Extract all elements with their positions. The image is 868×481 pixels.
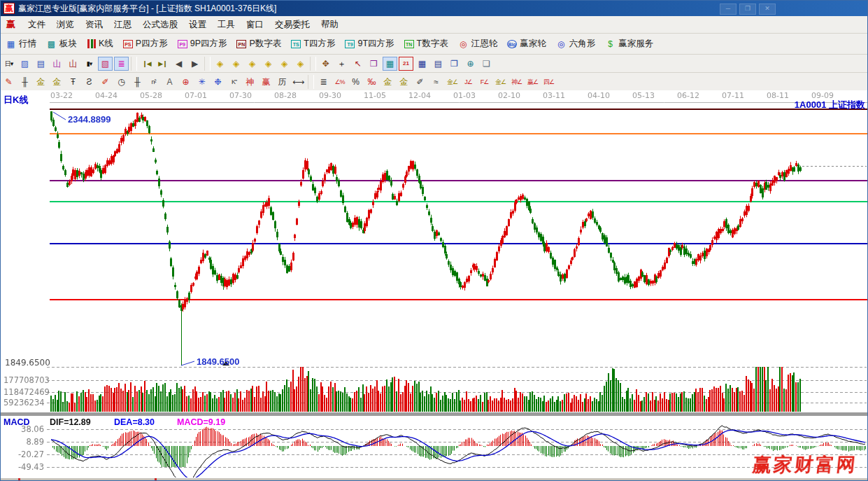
horizontal-scrollbar[interactable]: [1, 477, 867, 481]
window-title: 赢家江恩专业版[赢家内部服务平台] - [上证指数 SH1A0001-376日K…: [18, 3, 276, 15]
f-grid-icon[interactable]: Ŧ: [66, 75, 80, 89]
menu-item-2[interactable]: 资讯: [80, 17, 108, 33]
calendar-icon[interactable]: 21: [399, 57, 413, 71]
9p-square-button[interactable]: P99P四方形: [173, 36, 232, 51]
n-squared-icon[interactable]: n²: [146, 75, 161, 89]
scrollbar-mark: [155, 478, 157, 480]
maximize-button[interactable]: ❐: [739, 4, 756, 15]
tick-grid-icon[interactable]: ╫: [130, 75, 145, 89]
big-circle-icon: Big: [507, 40, 517, 48]
winner-service-button[interactable]: $赢家服务: [600, 36, 658, 51]
gann-diamond-expand-icon[interactable]: ◈: [293, 57, 308, 71]
minimize-button[interactable]: ─: [720, 4, 737, 15]
gann-wheel-button[interactable]: ◎江恩轮: [453, 36, 503, 51]
watermark: 赢家财富网: [751, 452, 859, 477]
save-icon[interactable]: ❐: [447, 57, 462, 71]
circle-gold-icon[interactable]: 金: [380, 75, 395, 89]
period-day-selector-icon[interactable]: 日▾: [1, 57, 16, 71]
notes-icon[interactable]: ▤: [431, 57, 446, 71]
info-panel-icon[interactable]: ▤: [34, 57, 48, 71]
gold-angle-icon[interactable]: 金∠: [445, 75, 460, 89]
chart-layout-icon[interactable]: ▨: [17, 57, 32, 71]
9t-square-button[interactable]: T99T四方形: [340, 36, 399, 51]
ink-brush-icon[interactable]: ✐: [413, 75, 427, 89]
t-number-table-button[interactable]: TNT数字表: [399, 36, 453, 51]
p-square-button[interactable]: PSP四方形: [118, 36, 173, 51]
ying-tool-icon[interactable]: 赢: [259, 75, 273, 89]
kline-button[interactable]: K线: [82, 36, 118, 51]
bars-9-icon[interactable]: 山: [66, 57, 80, 71]
angle-a-icon[interactable]: A: [162, 75, 177, 89]
gold-angle2-icon[interactable]: 金∠: [493, 75, 508, 89]
gann-diamond-compress-icon[interactable]: ◈: [261, 57, 276, 71]
print-icon[interactable]: ❏: [479, 57, 494, 71]
gann-gold-grid-icon[interactable]: 金: [34, 75, 48, 89]
winner-wheel-button[interactable]: Big赢家轮: [502, 36, 551, 51]
draw-brush-icon[interactable]: ✎: [1, 75, 16, 89]
shen-angle-icon[interactable]: 神∠: [509, 75, 524, 89]
sectors-button[interactable]: ▩板块: [41, 36, 82, 51]
width-measure-icon[interactable]: ⟷: [291, 75, 306, 89]
hand-tool-icon[interactable]: ✥: [318, 57, 333, 71]
colored-histogram-icon[interactable]: ≣: [114, 57, 129, 71]
percent-icon[interactable]: %: [348, 75, 363, 89]
p-number-table-button[interactable]: PNP数字表: [232, 36, 286, 51]
main-toolbar: ▦行情▩板块K线PSP四方形P99P四方形PNP数字表TST四方形T99T四方形…: [1, 34, 867, 55]
pattern-tool-icon[interactable]: ▦: [383, 57, 397, 71]
angle-percent-icon[interactable]: ∠%: [332, 75, 347, 89]
menu-item-9[interactable]: 帮助: [315, 17, 344, 33]
menu-item-3[interactable]: 江恩: [108, 17, 137, 33]
quotes-button[interactable]: ▦行情: [1, 36, 41, 51]
gold-lines-icon[interactable]: 金: [397, 75, 411, 89]
pointer-tool-icon[interactable]: ↖: [350, 57, 365, 71]
menu-item-4[interactable]: 公式选股: [137, 17, 183, 33]
hexagon-button[interactable]: ◎六角形: [551, 36, 601, 51]
gann-diamond-cross-icon[interactable]: ◈: [277, 57, 292, 71]
wave-lines-icon[interactable]: ≈: [429, 75, 443, 89]
date-tick-07-30: 07-30: [225, 91, 256, 100]
network-icon[interactable]: ⊕: [463, 57, 478, 71]
grid-lines-icon[interactable]: ╫: [17, 75, 32, 89]
gann-diamond-left-icon[interactable]: ◈: [213, 57, 227, 71]
menu-item-1[interactable]: 浏览: [51, 17, 80, 33]
clipboard-tool-icon[interactable]: ❒: [367, 57, 381, 71]
menu-item-5[interactable]: 设置: [183, 17, 212, 33]
boxed-star-icon[interactable]: ❉: [211, 75, 225, 89]
bars-3-icon[interactable]: 山: [50, 57, 64, 71]
price-levels-icon[interactable]: ≣: [316, 75, 331, 89]
f-angle-icon[interactable]: F∠: [477, 75, 492, 89]
j-angle-icon[interactable]: J∠: [461, 75, 476, 89]
pn-badge-icon: PN: [236, 40, 246, 48]
trend-background-icon[interactable]: ▧: [98, 57, 113, 71]
permille-icon[interactable]: ‰: [364, 75, 379, 89]
go-last-icon[interactable]: ▶❙: [155, 57, 170, 71]
gann-diamond-right-icon[interactable]: ◈: [229, 57, 243, 71]
winner-service-button-label: 赢家服务: [618, 38, 653, 50]
k-wave-icon[interactable]: K”: [227, 75, 241, 89]
menu-item-7[interactable]: 窗口: [241, 17, 269, 33]
red-brush-icon[interactable]: ✐: [98, 75, 113, 89]
si-angle-icon[interactable]: 四∠: [541, 75, 556, 89]
calendar-123-icon[interactable]: 历: [275, 75, 290, 89]
candle-style-icon[interactable]: ▮▾: [82, 57, 97, 71]
go-first-icon[interactable]: ❙◀: [139, 57, 154, 71]
shen-tool-icon[interactable]: 神: [243, 75, 257, 89]
spiral-icon[interactable]: Ƨ: [82, 75, 97, 89]
application-window: 赢 赢家江恩专业版[赢家内部服务平台] - [上证指数 SH1A0001-376…: [0, 0, 868, 481]
crosshair-icon[interactable]: ＋: [334, 57, 349, 71]
time-cycle-icon[interactable]: ◷: [114, 75, 129, 89]
menu-item-8[interactable]: 交易委托: [269, 17, 315, 33]
star-burst-icon[interactable]: ✳: [194, 75, 209, 89]
ying-angle-icon[interactable]: 赢∠: [525, 75, 540, 89]
close-button[interactable]: ✕: [759, 4, 776, 15]
t-square-button[interactable]: TST四方形: [286, 36, 340, 51]
menu-item-6[interactable]: 工具: [212, 17, 241, 33]
high-price-annotation: 2344.8899: [68, 114, 111, 125]
gann-diamond-horizontal-icon[interactable]: ◈: [245, 57, 259, 71]
next-bar-icon[interactable]: ▶: [187, 57, 202, 71]
calculator-icon[interactable]: ▦: [415, 57, 429, 71]
prev-bar-icon[interactable]: ◀: [171, 57, 186, 71]
menu-item-0[interactable]: 文件: [22, 17, 51, 33]
gann-gold-grid2-icon[interactable]: 金: [50, 75, 64, 89]
circle-cross-icon[interactable]: ⊕: [178, 75, 193, 89]
